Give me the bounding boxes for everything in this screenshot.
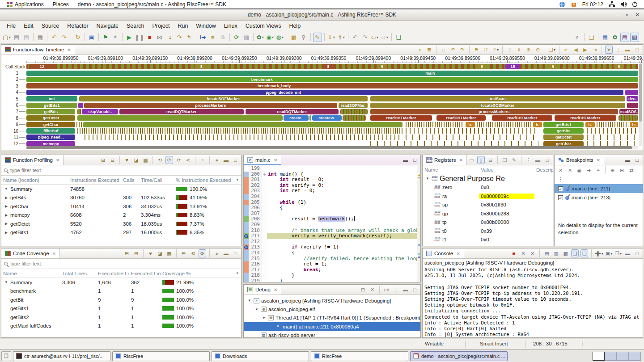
- code-editor[interactable]: 199200⊖int main() {201 int result = 0;20…: [244, 166, 420, 282]
- timeline-bar-getchar[interactable]: [26, 122, 75, 127]
- external-tools-icon[interactable]: ◍▾: [275, 33, 284, 42]
- column-menu-icon[interactable]: ▾: [236, 271, 238, 275]
- remove-launch-icon[interactable]: ✕: [519, 249, 527, 257]
- coverage-row-benchmark[interactable]: benchmark11100.0%: [1, 287, 241, 296]
- timeline-bar-processmarkers[interactable]: [370, 109, 618, 114]
- tab-console[interactable]: Console ✕: [423, 248, 464, 258]
- terminate-icon[interactable]: ■: [510, 249, 517, 257]
- places-menu[interactable]: Places: [48, 0, 73, 8]
- timeline-bar-12[interactable]: [29, 64, 55, 69]
- expand-arrow-icon[interactable]: ▼: [247, 299, 252, 303]
- editor-line-209[interactable]: 209: [244, 222, 420, 228]
- expand-all-icon[interactable]: ⊞: [99, 156, 107, 164]
- timeline-bar-pjpeg-decode-init[interactable]: [26, 90, 623, 95]
- go-last-icon[interactable]: ⇥: [591, 46, 598, 54]
- reset-target-icon[interactable]: ↻: [73, 33, 82, 42]
- window-list-button[interactable]: ❐: [1, 351, 11, 361]
- timeline-bar-getbits[interactable]: [543, 128, 584, 134]
- register-value[interactable]: 0x0: [479, 237, 534, 242]
- column-header-time-call[interactable]: Time/Call: [139, 177, 174, 183]
- collapse-all-icon[interactable]: ⊟: [132, 249, 140, 257]
- debug-node-server[interactable]: ▥ash-riscv-gdb-server: [244, 331, 420, 338]
- skip-all-breakpoints-icon[interactable]: ⌖: [594, 166, 602, 174]
- expand-arrow-icon[interactable]: ▼: [262, 316, 266, 320]
- zoom-out-icon[interactable]: ⊖: [534, 46, 542, 54]
- maximize-icon[interactable]: □: [411, 286, 419, 294]
- editor-line-204[interactable]: 204: [244, 194, 420, 200]
- timeline-bar-readdhtmarker[interactable]: [370, 115, 432, 121]
- build-all-icon[interactable]: ▥: [242, 33, 251, 42]
- tab-debug[interactable]: ❊ Debug ✕: [244, 285, 281, 295]
- register-value[interactable]: 0x8000b288: [479, 211, 534, 216]
- step-over-icon[interactable]: ↷: [175, 33, 184, 42]
- menu-search[interactable]: Search: [123, 21, 148, 30]
- timeline-bar-locatesosmarker[interactable]: [370, 103, 625, 108]
- column-header-name[interactable]: Name: [1, 271, 60, 276]
- layout-vertical-icon[interactable]: ▯: [477, 156, 485, 164]
- editor-line-212[interactable]: 212: [244, 239, 420, 245]
- editor-line-210[interactable]: 210 /* bmarks that use arrays will check…: [244, 228, 420, 234]
- resume-icon[interactable]: ▶: [125, 33, 134, 42]
- editor-line-215[interactable]: 215 //Verify failed, hence exiting the l…: [244, 256, 420, 262]
- step-into-icon[interactable]: ↴: [165, 33, 174, 42]
- scroll-lock-icon[interactable]: ▥: [552, 249, 560, 257]
- configure-icon[interactable]: ◔: [199, 156, 206, 164]
- maximize-icon[interactable]: □: [232, 249, 239, 257]
- coverage-row-getbit[interactable]: getBit99100.0%: [1, 295, 241, 304]
- previous-annotation-icon[interactable]: ⇧▾: [337, 33, 346, 42]
- timeline-bar-readdhtmarker[interactable]: [436, 115, 486, 121]
- favorites-icon[interactable]: ♥: [123, 156, 131, 164]
- editor-line-205[interactable]: 205 while (1): [244, 200, 420, 206]
- fold-icon[interactable]: ⊖: [262, 172, 267, 177]
- breakpoint-icon[interactable]: [244, 234, 248, 238]
- profiling-row-getoctet[interactable]: ▶getOctet552030618.039us7.37%: [1, 219, 241, 228]
- minimize-icon[interactable]: ▬: [222, 156, 230, 164]
- view-menu-icon[interactable]: ⋮: [525, 156, 532, 164]
- register-group[interactable]: ▼10100101General Purpose Re: [423, 174, 553, 183]
- go-to-file-icon[interactable]: ➜: [585, 166, 593, 174]
- open-console-icon[interactable]: ➕▾: [595, 249, 603, 257]
- timeline-bar-getbits1[interactable]: [26, 103, 77, 108]
- open-folder-icon[interactable]: ⊟: [180, 249, 187, 257]
- collapse-all-icon[interactable]: ⊟: [359, 286, 367, 294]
- last-edit-forward-icon[interactable]: ↷: [360, 33, 369, 42]
- close-tab-icon[interactable]: ✕: [52, 251, 56, 256]
- timeline-bar-readdhtmarker[interactable]: [492, 115, 552, 121]
- coverage-row-getbits2[interactable]: getBits211100.0%: [1, 313, 241, 322]
- minimize-icon[interactable]: ▬: [624, 46, 631, 54]
- maximize-icon[interactable]: □: [633, 46, 641, 54]
- timeline-bar-9[interactable]: [477, 64, 487, 69]
- timeline-bar-h-[interactable]: [630, 122, 638, 127]
- go-next-icon[interactable]: ▶: [581, 46, 589, 54]
- debug-node-thread[interactable]: ▼⚒Thread #1 [TAP 1 (TT-RV64 Hart 0)] 1 (…: [244, 314, 420, 322]
- timeline-bar-8[interactable]: [323, 64, 333, 69]
- open-terminal-icon[interactable]: ▣: [87, 33, 96, 42]
- tab-registers[interactable]: 10100101 Registers ✕: [423, 155, 467, 165]
- column-header-value[interactable]: Value: [479, 167, 534, 173]
- add-bookmark-icon[interactable]: ⚑: [473, 46, 480, 54]
- timeline-bar-readsos-[interactable]: [619, 109, 638, 114]
- coverage-row-getbits1[interactable]: getBits111100.0%: [1, 304, 241, 313]
- new-console-view-icon[interactable]: ❐▾: [614, 249, 622, 257]
- maximize-icon[interactable]: □: [633, 249, 641, 257]
- export-chart-icon[interactable]: ◪: [156, 249, 164, 257]
- menu-linux[interactable]: Linux: [220, 21, 242, 30]
- favorites-icon[interactable]: ♥: [147, 249, 154, 257]
- column-header-name[interactable]: Name: [423, 167, 479, 173]
- export-table-icon[interactable]: ▦: [165, 249, 173, 257]
- share-icon[interactable]: ⋖: [184, 156, 192, 164]
- tab-code-coverage[interactable]: Code Coverage ✕: [1, 248, 60, 258]
- register-value[interactable]: 0x80b00000: [479, 219, 534, 225]
- menu-source[interactable]: Source: [38, 21, 64, 30]
- collapse-all-icon[interactable]: ⊟: [109, 156, 116, 164]
- profiling-row-summary[interactable]: ▼Summary74858100.0%: [1, 185, 241, 194]
- terminate-icon[interactable]: ■: [145, 33, 154, 42]
- editor-line-203[interactable]: 203 int ret = 0;: [244, 188, 420, 194]
- expand-arrow-icon[interactable]: ▼: [4, 280, 8, 284]
- expand-arrow-icon[interactable]: ▼: [425, 177, 430, 181]
- timeline-bar-readsofmar-[interactable]: [339, 103, 368, 108]
- display-selected-console-icon[interactable]: ▣▾: [605, 249, 613, 257]
- editor-line-211[interactable]: 211 verify = verify_benchmark(result);: [244, 233, 420, 239]
- close-tab-icon[interactable]: ✕: [597, 158, 600, 163]
- undo-navigation-icon[interactable]: ↶: [449, 46, 457, 54]
